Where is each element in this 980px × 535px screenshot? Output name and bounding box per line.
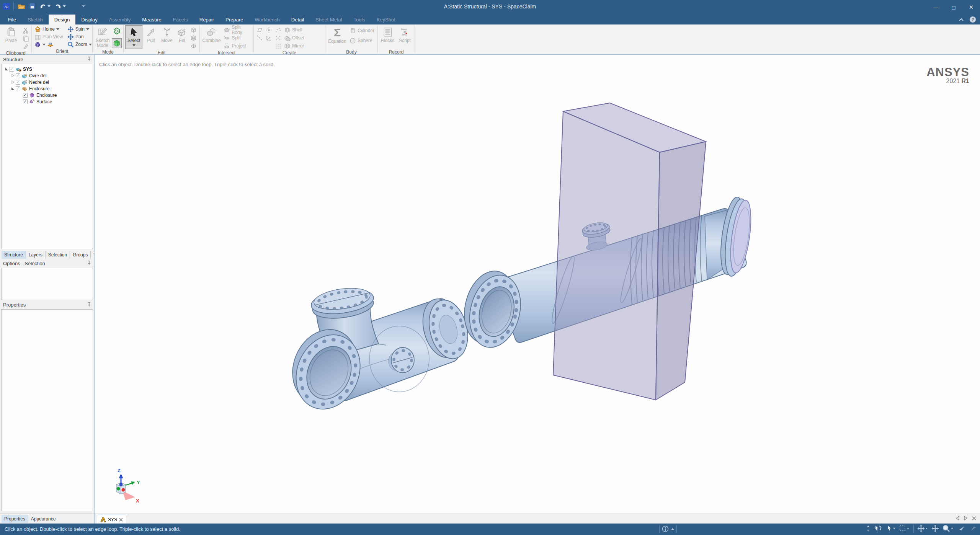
pin-icon[interactable] <box>87 57 91 62</box>
tree-row-enclosure[interactable]: Enclosure <box>2 85 93 92</box>
select-button[interactable]: Select <box>125 25 142 49</box>
minimize-button[interactable]: ─ <box>927 0 945 15</box>
create-axes-button[interactable] <box>265 34 273 42</box>
create-point-pattern-2-button[interactable] <box>274 34 282 42</box>
split-button[interactable]: Split <box>222 34 252 42</box>
spin-button[interactable]: Spin <box>66 25 90 33</box>
cylinder-button[interactable]: Cylinder <box>348 27 376 34</box>
select-tool-icon[interactable] <box>886 525 896 532</box>
sys-checkbox[interactable] <box>10 67 14 72</box>
pull-button[interactable]: Pull <box>143 25 158 49</box>
info-icon[interactable] <box>662 525 669 532</box>
panel-tab-selection[interactable]: Selection <box>46 251 70 259</box>
collapsed-arrow-icon[interactable] <box>11 80 15 84</box>
view-tool-button[interactable] <box>47 41 54 48</box>
ribbon-tab-repair[interactable]: Repair <box>194 15 220 24</box>
ribbon-tab-workbench[interactable]: Workbench <box>249 15 286 24</box>
zoom-tool-icon[interactable] <box>942 525 954 532</box>
create-point-pattern-1-button[interactable] <box>274 26 282 34</box>
ribbon-tab-detail[interactable]: Detail <box>286 15 310 24</box>
ribbon-tab-facets[interactable]: Facets <box>167 15 194 24</box>
panel-tab-groups[interactable]: Groups <box>70 251 91 259</box>
3d-model-scene[interactable]: Z Y X <box>95 55 980 514</box>
document-tab-sys[interactable]: SYS <box>97 515 126 524</box>
ribbon-tab-measure[interactable]: Measure <box>136 15 167 24</box>
tree-row-sys[interactable]: SYS <box>2 66 93 72</box>
view-cube-button[interactable] <box>34 41 41 48</box>
tree-row-surface[interactable]: Surface <box>2 98 93 105</box>
split-body-button[interactable]: Split Body <box>222 26 252 34</box>
surface-checkbox[interactable] <box>23 99 28 104</box>
nedre-del-checkbox[interactable] <box>16 80 20 85</box>
offset-button[interactable]: Offset <box>283 34 305 42</box>
cut-button[interactable] <box>21 26 30 34</box>
close-button[interactable]: ✕ <box>962 0 980 15</box>
ribbon-tab-design[interactable]: Design <box>49 15 75 24</box>
blocks-button[interactable]: Blocks <box>379 25 396 49</box>
help-button[interactable]: ? <box>969 16 976 23</box>
create-point-pattern-3-button[interactable] <box>274 42 282 50</box>
pan-button[interactable]: Pan <box>66 33 85 41</box>
modeling-canvas[interactable]: Z Y X Click an object. Double-click to s… <box>94 55 980 514</box>
prev-tab-icon[interactable] <box>956 516 959 520</box>
fill-button[interactable]: Fill <box>175 25 189 49</box>
sketch-mode-button[interactable]: Sketch Mode <box>94 25 111 49</box>
create-origin-button[interactable] <box>265 26 273 34</box>
project-button[interactable]: Project <box>222 42 252 50</box>
panel-tab-appearance[interactable]: Appearance <box>28 515 59 523</box>
create-plane-button[interactable] <box>255 26 264 34</box>
panel-tab-structure[interactable]: Structure <box>2 251 26 259</box>
select-previous-icon[interactable] <box>874 525 882 532</box>
next-tab-icon[interactable] <box>964 516 967 520</box>
tree-row-ovre-del[interactable]: Ovre del <box>2 72 93 79</box>
pipe-exit-flange[interactable] <box>705 196 755 280</box>
create-line-button[interactable] <box>255 34 264 42</box>
ribbon-tab-file[interactable]: File <box>2 15 22 24</box>
info-caret-icon[interactable] <box>671 528 674 530</box>
equation-button[interactable]: Σ Equation <box>327 25 348 49</box>
mirror-button[interactable]: Mirror <box>283 42 305 50</box>
pan-tool-icon[interactable] <box>931 525 939 532</box>
move-button[interactable]: Move <box>159 25 175 49</box>
combine-button[interactable]: Combine <box>201 25 222 49</box>
ribbon-tab-sheet-metal[interactable]: Sheet Metal <box>310 15 348 24</box>
solid-mode-button[interactable] <box>112 38 122 48</box>
enclosure-solid-checkbox[interactable] <box>23 93 28 98</box>
edit-extra-1-button[interactable] <box>189 26 198 34</box>
paste-button[interactable]: Paste <box>2 25 21 49</box>
orientation-triad[interactable]: Z Y X <box>116 468 140 504</box>
enclosure-checkbox[interactable] <box>16 86 20 91</box>
enclosure-box[interactable] <box>553 103 706 400</box>
maximize-button[interactable]: □ <box>945 0 962 15</box>
format-painter-button[interactable] <box>21 42 30 50</box>
tree-row-enclosure-solid[interactable]: Enclosure <box>2 92 93 98</box>
expanded-arrow-icon[interactable] <box>11 86 15 91</box>
plan-view-button[interactable]: Plan View <box>33 33 66 41</box>
close-tab-icon[interactable] <box>119 518 123 522</box>
ovre-del-checkbox[interactable] <box>16 73 20 78</box>
pin-icon[interactable] <box>87 302 91 307</box>
edit-extra-3-button[interactable] <box>189 42 198 50</box>
section-mode-button[interactable] <box>112 26 122 36</box>
previous-view-icon[interactable] <box>957 525 966 532</box>
ribbon-tab-prepare[interactable]: Prepare <box>220 15 249 24</box>
box-select-icon[interactable] <box>899 525 910 532</box>
ribbon-tab-assembly[interactable]: Assembly <box>103 15 136 24</box>
next-view-icon[interactable] <box>969 525 978 532</box>
ribbon-tab-keyshot[interactable]: KeyShot <box>371 15 401 24</box>
ribbon-tab-tools[interactable]: Tools <box>348 15 371 24</box>
sphere-button[interactable]: Sphere <box>348 37 376 44</box>
collapse-ribbon-button[interactable] <box>959 18 964 21</box>
ribbon-tab-sketch[interactable]: Sketch <box>22 15 49 24</box>
zoom-button[interactable]: Zoom <box>66 41 93 48</box>
view-cube-caret-icon[interactable] <box>42 44 46 46</box>
tree-row-nedre-del[interactable]: Nedre del <box>2 79 93 85</box>
collapsed-arrow-icon[interactable] <box>11 73 15 78</box>
copy-button[interactable] <box>21 34 30 42</box>
edit-extra-2-button[interactable] <box>189 34 198 42</box>
ribbon-tab-display[interactable]: Display <box>75 15 103 24</box>
expanded-arrow-icon[interactable] <box>5 67 9 71</box>
spin-tool-icon[interactable] <box>917 525 928 532</box>
pin-icon[interactable] <box>87 261 91 266</box>
close-view-icon[interactable] <box>972 516 976 520</box>
